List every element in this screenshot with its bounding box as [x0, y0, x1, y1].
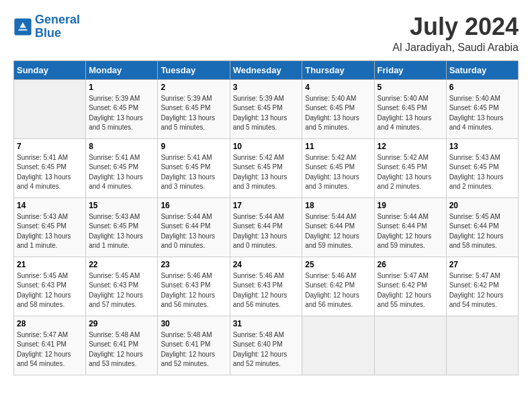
- day-info: Sunrise: 5:46 AM Sunset: 6:43 PM Dayligh…: [233, 271, 300, 310]
- calendar-cell: 20Sunrise: 5:45 AM Sunset: 6:44 PM Dayli…: [446, 197, 518, 257]
- day-info: Sunrise: 5:43 AM Sunset: 6:45 PM Dayligh…: [449, 153, 515, 192]
- day-number: 28: [17, 319, 83, 328]
- calendar-cell: [14, 79, 86, 138]
- location-title: Al Jaradiyah, Saudi Arabia: [392, 42, 519, 54]
- day-info: Sunrise: 5:39 AM Sunset: 6:45 PM Dayligh…: [161, 94, 226, 133]
- calendar-cell: 25Sunrise: 5:46 AM Sunset: 6:42 PM Dayli…: [302, 257, 374, 316]
- day-info: Sunrise: 5:48 AM Sunset: 6:41 PM Dayligh…: [89, 330, 154, 369]
- day-info: Sunrise: 5:48 AM Sunset: 6:41 PM Dayligh…: [161, 330, 226, 369]
- day-info: Sunrise: 5:42 AM Sunset: 6:45 PM Dayligh…: [378, 153, 443, 192]
- calendar-cell: 10Sunrise: 5:42 AM Sunset: 6:45 PM Dayli…: [230, 138, 302, 197]
- day-number: 6: [449, 83, 515, 92]
- calendar-cell: 9Sunrise: 5:41 AM Sunset: 6:45 PM Daylig…: [158, 138, 230, 197]
- day-info: Sunrise: 5:42 AM Sunset: 6:45 PM Dayligh…: [305, 153, 371, 192]
- logo: General Blue: [13, 13, 80, 40]
- weekday-header-wednesday: Wednesday: [230, 60, 302, 79]
- day-number: 26: [378, 260, 443, 269]
- day-number: 25: [305, 260, 371, 269]
- day-info: Sunrise: 5:47 AM Sunset: 6:41 PM Dayligh…: [17, 330, 83, 369]
- calendar-table: SundayMondayTuesdayWednesdayThursdayFrid…: [13, 60, 519, 375]
- calendar-cell: 28Sunrise: 5:47 AM Sunset: 6:41 PM Dayli…: [14, 316, 86, 375]
- day-number: 11: [305, 142, 371, 151]
- day-number: 9: [161, 142, 226, 151]
- day-number: 13: [449, 142, 515, 151]
- svg-rect-2: [17, 28, 29, 29]
- day-info: Sunrise: 5:47 AM Sunset: 6:42 PM Dayligh…: [378, 271, 443, 310]
- calendar-cell: [374, 316, 446, 375]
- calendar-cell: 12Sunrise: 5:42 AM Sunset: 6:45 PM Dayli…: [374, 138, 446, 197]
- calendar-cell: 16Sunrise: 5:44 AM Sunset: 6:44 PM Dayli…: [158, 197, 230, 257]
- calendar-cell: 21Sunrise: 5:45 AM Sunset: 6:43 PM Dayli…: [14, 257, 86, 316]
- day-number: 20: [449, 201, 515, 210]
- calendar-cell: 22Sunrise: 5:45 AM Sunset: 6:43 PM Dayli…: [86, 257, 158, 316]
- page-header: General Blue July 2024 Al Jaradiyah, Sau…: [13, 13, 519, 54]
- day-info: Sunrise: 5:40 AM Sunset: 6:45 PM Dayligh…: [449, 94, 515, 133]
- day-info: Sunrise: 5:45 AM Sunset: 6:43 PM Dayligh…: [17, 271, 83, 310]
- day-number: 15: [89, 201, 154, 210]
- week-row-3: 14Sunrise: 5:43 AM Sunset: 6:45 PM Dayli…: [14, 197, 519, 257]
- weekday-header-saturday: Saturday: [446, 60, 518, 79]
- day-info: Sunrise: 5:44 AM Sunset: 6:44 PM Dayligh…: [378, 212, 443, 251]
- day-info: Sunrise: 5:44 AM Sunset: 6:44 PM Dayligh…: [233, 212, 300, 251]
- day-info: Sunrise: 5:39 AM Sunset: 6:45 PM Dayligh…: [89, 94, 154, 133]
- day-info: Sunrise: 5:39 AM Sunset: 6:45 PM Dayligh…: [233, 94, 300, 133]
- day-number: 10: [233, 142, 300, 151]
- day-info: Sunrise: 5:43 AM Sunset: 6:45 PM Dayligh…: [89, 212, 154, 251]
- day-number: 30: [161, 319, 226, 328]
- day-info: Sunrise: 5:42 AM Sunset: 6:45 PM Dayligh…: [233, 153, 300, 192]
- day-info: Sunrise: 5:40 AM Sunset: 6:45 PM Dayligh…: [378, 94, 443, 133]
- calendar-cell: 27Sunrise: 5:47 AM Sunset: 6:42 PM Dayli…: [446, 257, 518, 316]
- day-info: Sunrise: 5:44 AM Sunset: 6:44 PM Dayligh…: [305, 212, 371, 251]
- day-info: Sunrise: 5:45 AM Sunset: 6:43 PM Dayligh…: [89, 271, 154, 310]
- logo-text: General Blue: [35, 13, 80, 40]
- week-row-5: 28Sunrise: 5:47 AM Sunset: 6:41 PM Dayli…: [14, 316, 519, 375]
- week-row-4: 21Sunrise: 5:45 AM Sunset: 6:43 PM Dayli…: [14, 257, 519, 316]
- calendar-cell: 26Sunrise: 5:47 AM Sunset: 6:42 PM Dayli…: [374, 257, 446, 316]
- calendar-cell: [446, 316, 518, 375]
- calendar-cell: 19Sunrise: 5:44 AM Sunset: 6:44 PM Dayli…: [374, 197, 446, 257]
- month-title: July 2024: [392, 13, 519, 40]
- weekday-header-thursday: Thursday: [302, 60, 374, 79]
- weekday-header-friday: Friday: [374, 60, 446, 79]
- day-number: 5: [378, 83, 443, 92]
- day-info: Sunrise: 5:40 AM Sunset: 6:45 PM Dayligh…: [305, 94, 371, 133]
- day-number: 3: [233, 83, 300, 92]
- day-number: 31: [233, 319, 300, 328]
- week-row-1: 1Sunrise: 5:39 AM Sunset: 6:45 PM Daylig…: [14, 79, 519, 138]
- calendar-cell: 8Sunrise: 5:41 AM Sunset: 6:45 PM Daylig…: [86, 138, 158, 197]
- calendar-cell: 6Sunrise: 5:40 AM Sunset: 6:45 PM Daylig…: [446, 79, 518, 138]
- calendar-cell: 15Sunrise: 5:43 AM Sunset: 6:45 PM Dayli…: [86, 197, 158, 257]
- weekday-header-tuesday: Tuesday: [158, 60, 230, 79]
- calendar-cell: [302, 316, 374, 375]
- day-number: 4: [305, 83, 371, 92]
- week-row-2: 7Sunrise: 5:41 AM Sunset: 6:45 PM Daylig…: [14, 138, 519, 197]
- weekday-header-monday: Monday: [86, 60, 158, 79]
- calendar-cell: 17Sunrise: 5:44 AM Sunset: 6:44 PM Dayli…: [230, 197, 302, 257]
- calendar-cell: 3Sunrise: 5:39 AM Sunset: 6:45 PM Daylig…: [230, 79, 302, 138]
- calendar-cell: 30Sunrise: 5:48 AM Sunset: 6:41 PM Dayli…: [158, 316, 230, 375]
- calendar-cell: 1Sunrise: 5:39 AM Sunset: 6:45 PM Daylig…: [86, 79, 158, 138]
- day-number: 1: [89, 83, 154, 92]
- calendar-cell: 13Sunrise: 5:43 AM Sunset: 6:45 PM Dayli…: [446, 138, 518, 197]
- day-info: Sunrise: 5:47 AM Sunset: 6:42 PM Dayligh…: [449, 271, 515, 310]
- day-number: 12: [378, 142, 443, 151]
- calendar-cell: 2Sunrise: 5:39 AM Sunset: 6:45 PM Daylig…: [158, 79, 230, 138]
- day-number: 29: [89, 319, 154, 328]
- day-info: Sunrise: 5:45 AM Sunset: 6:44 PM Dayligh…: [449, 212, 515, 251]
- logo-line1: General: [35, 13, 80, 27]
- day-number: 19: [378, 201, 443, 210]
- day-info: Sunrise: 5:41 AM Sunset: 6:45 PM Dayligh…: [17, 153, 83, 192]
- day-info: Sunrise: 5:46 AM Sunset: 6:43 PM Dayligh…: [161, 271, 226, 310]
- calendar-cell: 5Sunrise: 5:40 AM Sunset: 6:45 PM Daylig…: [374, 79, 446, 138]
- logo-line2: Blue: [35, 27, 80, 40]
- day-number: 24: [233, 260, 300, 269]
- day-info: Sunrise: 5:41 AM Sunset: 6:45 PM Dayligh…: [89, 153, 154, 192]
- weekday-header-row: SundayMondayTuesdayWednesdayThursdayFrid…: [14, 60, 519, 79]
- calendar-cell: 14Sunrise: 5:43 AM Sunset: 6:45 PM Dayli…: [14, 197, 86, 257]
- logo-icon: [13, 17, 32, 36]
- day-info: Sunrise: 5:46 AM Sunset: 6:42 PM Dayligh…: [305, 271, 371, 310]
- calendar-cell: 4Sunrise: 5:40 AM Sunset: 6:45 PM Daylig…: [302, 79, 374, 138]
- day-number: 18: [305, 201, 371, 210]
- day-number: 7: [17, 142, 83, 151]
- title-block: July 2024 Al Jaradiyah, Saudi Arabia: [392, 13, 519, 54]
